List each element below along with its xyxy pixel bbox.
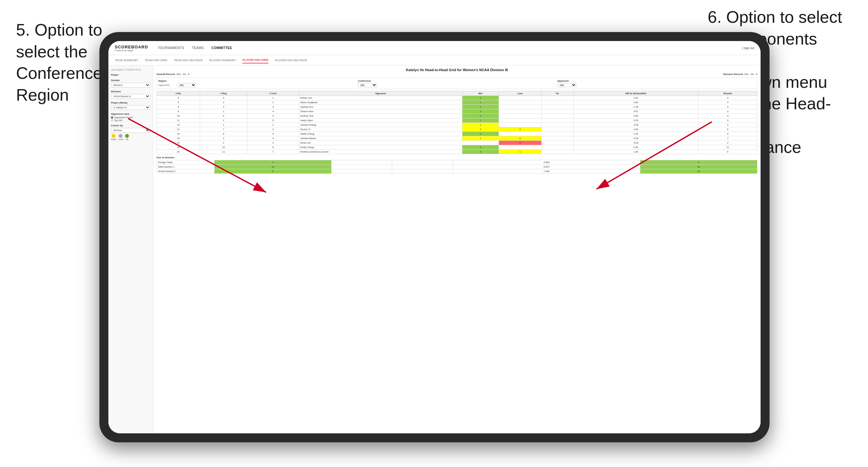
cell-win [462, 141, 499, 145]
cell-opponent: Euna Lee [299, 141, 462, 145]
cell-diff: 3.67 [573, 109, 698, 114]
cell-div: 5 [157, 100, 200, 105]
sidebar-colour-label: Colour by [111, 124, 150, 127]
col-tie: Tie [541, 91, 573, 96]
sidebar-player-rank-label: Player (Rank) [111, 101, 150, 104]
sidebar-gender-label: Gender [111, 79, 150, 82]
cell-reg: 7 [200, 127, 247, 132]
main-content: Last Updated: 27/03/2024 09:44 Player Ge… [108, 65, 761, 433]
subnav-team-summary[interactable]: TEAM SUMMARY [115, 57, 138, 63]
filter-opponent-row: (All) [557, 83, 755, 87]
cell-opponent: Heejo Hyun [299, 118, 462, 123]
filter-conference: Conference (All) [358, 80, 556, 87]
table-row: 15 8 5 Stella Cheng 1 1.25 4 [157, 132, 757, 136]
dot-up [125, 134, 129, 138]
filter-conference-label: Conference [358, 80, 556, 82]
ood-cell-diff: 7.400 [453, 169, 640, 174]
cell-div: 3 [157, 96, 200, 100]
cell-conf: 2 [247, 100, 299, 105]
subnav-player-h2h-grid[interactable]: PLAYER H2H GRID [242, 57, 268, 63]
subnav-player-summary[interactable]: PLAYER SUMMARY [209, 57, 236, 63]
colour-dot-down: Down [111, 134, 116, 141]
filter-opponents-label: Opponents: [158, 84, 176, 86]
division-record-value: 331 - 34 - 6 [744, 73, 757, 75]
out-of-division-header: Out of division [156, 156, 757, 159]
cell-reg: 3 [200, 105, 247, 109]
radio-label-played: Opponents Played [114, 116, 133, 119]
table-row: 3 3 1 Esther Lee 1 1.50 4 [157, 96, 757, 100]
out-of-division-body: Foreign Team 1 4.500 2 NAIA Division 1 1… [157, 160, 757, 174]
table-row: 11 2 5 Heejo Hyun 1 3.33 3 [157, 118, 757, 123]
cell-diff: 1.33 [573, 150, 698, 154]
ood-cell-tie [392, 160, 453, 165]
subnav-player-h2h-heatmap[interactable]: PLAYER H2H HEATMAP [275, 57, 307, 63]
cell-win: 1 [462, 100, 499, 105]
sidebar-gender-section: Gender Women's Men's [111, 79, 150, 88]
cell-reg: 10 [200, 145, 247, 150]
cell-loss [499, 114, 541, 118]
cell-win: 1 [462, 96, 499, 100]
cell-diff: 4.00 [573, 114, 698, 118]
radio-opponents-played[interactable]: Opponents Played [111, 116, 150, 119]
cell-rounds: 2 [698, 123, 757, 127]
radio-top100[interactable]: Top 100 [111, 119, 150, 122]
nav-tournaments[interactable]: TOURNAMENTS [158, 45, 184, 51]
colour-dots: Down Level Up [111, 134, 150, 141]
filter-region: Region Opponents: (All) [158, 80, 356, 87]
cell-rounds: 3 [698, 118, 757, 123]
gender-select[interactable]: Women's Men's [111, 83, 150, 88]
cell-rounds: 9 [698, 127, 757, 132]
sidebar-division-section: Division NCAA Division III NCAA Division… [111, 90, 150, 99]
cell-conf: 4 [247, 136, 299, 141]
cell-opponent: Sharon Mun [299, 109, 462, 114]
cell-div: 19 [157, 145, 200, 150]
col-win: Win [462, 91, 499, 96]
colour-dot-level: Level [118, 134, 123, 141]
tablet-screen: SCOREBOARD Powered by clippd TOURNAMENTS… [108, 41, 761, 433]
region-opponents-select[interactable]: (All) [177, 83, 196, 87]
cell-diff: 0.38 [573, 127, 698, 132]
ood-cell-win: 15 [215, 165, 332, 169]
nav-committee[interactable]: COMMITTEE [211, 45, 232, 51]
col-opponent: Opponent [299, 91, 462, 96]
ood-table-row: NCAA Division 2 5 7.400 10 [157, 169, 757, 174]
cell-reg: 1 [200, 123, 247, 127]
radio-circle-top100 [111, 119, 113, 122]
cell-rounds: 3 [698, 109, 757, 114]
cell-div: 16 [157, 136, 200, 141]
table-row: 20 11 7 Federica Domecq Lacroze 2 1 1.33… [157, 150, 757, 154]
table-row: 13 1 1 Jessica Huang 1 -3.00 2 [157, 123, 757, 127]
subnav-team-h2h-grid[interactable]: TEAM H2H GRID [145, 57, 167, 63]
colour-dot-up: Up [125, 134, 129, 141]
subnav-team-h2h-heatmap[interactable]: TEAM H2H HEATMAP [174, 57, 203, 63]
cell-opponent: Jessica Mason [299, 136, 462, 141]
nav-teams[interactable]: TEAMS [192, 45, 204, 51]
cell-diff: -3.00 [573, 123, 698, 127]
filter-region-label: Region [158, 80, 356, 82]
ood-table-row: NAIA Division 1 15 9.267 30 [157, 165, 757, 169]
division-select[interactable]: NCAA Division III NCAA Division I NCAA D… [111, 94, 150, 99]
cell-tie [541, 118, 573, 123]
sidebar-division-label: Division [111, 90, 150, 93]
content-area: Katelyn Vo Head-to-Head Grid for Women's… [153, 65, 761, 433]
colour-select[interactable]: Win/loss [111, 128, 150, 133]
nav-right[interactable]: | Sign out [742, 46, 754, 50]
opponent-select[interactable]: (All) [557, 83, 577, 87]
cell-win: 4 [462, 145, 499, 150]
cell-loss: 3 [499, 141, 541, 145]
conference-select[interactable]: (All) [358, 83, 377, 87]
player-rank-select[interactable]: 8. Katelyn Vo [111, 105, 150, 110]
col-div: # Div [157, 91, 200, 96]
ood-table-row: Foreign Team 1 4.500 2 [157, 160, 757, 165]
cell-div: 11 [157, 118, 200, 123]
cell-diff: -1.00 [573, 105, 698, 109]
col-diff: Diff Av Strokes/Rnd [573, 91, 698, 96]
cell-opponent: Jessica Huang [299, 123, 462, 127]
cell-loss [499, 118, 541, 123]
overall-record: Overall Record: 353 - 34 - 6 [156, 73, 189, 75]
ood-cell-name: NCAA Division 2 [157, 169, 215, 174]
cell-tie [541, 123, 573, 127]
cell-conf: 6 [247, 145, 299, 150]
cell-reg: 2 [200, 100, 247, 105]
table-row: 16 3 4 Jessica Mason 1 2 -0.94 7 [157, 136, 757, 141]
